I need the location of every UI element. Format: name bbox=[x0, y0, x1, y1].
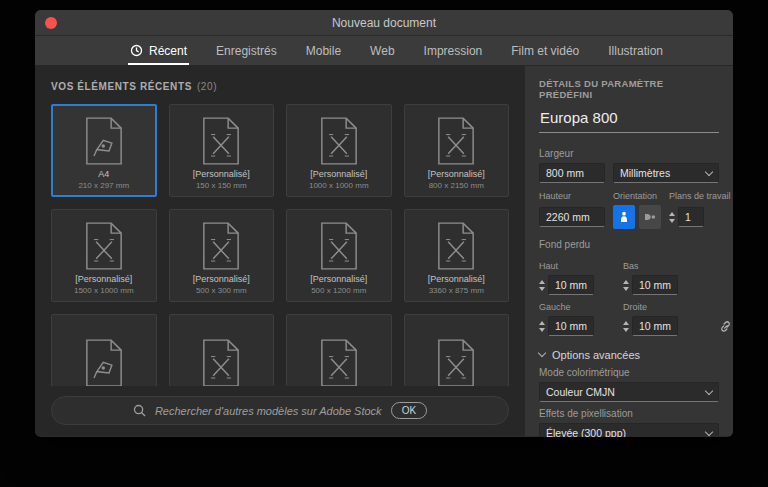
adobe-stock-search[interactable]: Rechercher d'autres modèles sur Adobe St… bbox=[51, 396, 509, 425]
tab-bar: Récent Enregistrés Mobile Web Impression… bbox=[35, 36, 733, 66]
orientation-toggle bbox=[613, 205, 661, 229]
recent-heading: VOS ÉLÉMENTS RÉCENTS(20) bbox=[51, 81, 509, 92]
tab-web[interactable]: Web bbox=[370, 36, 394, 65]
tab-saved[interactable]: Enregistrés bbox=[216, 36, 277, 65]
template-doc-icon bbox=[319, 338, 359, 387]
preset-name: [Personnalisé] bbox=[310, 169, 367, 179]
stock-search-label: Rechercher d'autres modèles sur Adobe St… bbox=[155, 405, 382, 417]
link-bleed-values-icon[interactable] bbox=[719, 320, 732, 333]
width-label: Largeur bbox=[539, 148, 719, 159]
bleed-bottom-stepper: 10 mm bbox=[623, 275, 699, 295]
bleed-top-stepper: 10 mm bbox=[539, 275, 615, 295]
document-name-input[interactable]: Europa 800 bbox=[539, 100, 719, 133]
preset-card-custom-2[interactable]: [Personnalisé] 1000 x 1000 mm bbox=[286, 104, 392, 197]
template-doc-icon bbox=[436, 116, 476, 166]
recent-panel: VOS ÉLÉMENTS RÉCENTS(20) A4 210 x 297 mm… bbox=[35, 66, 525, 436]
stepper-arrows[interactable] bbox=[669, 212, 675, 223]
preset-size: 500 x 1200 mm bbox=[311, 286, 366, 295]
tab-label: Récent bbox=[149, 44, 187, 58]
preset-icon-wrap bbox=[84, 220, 124, 271]
preset-size: 1500 x 1000 mm bbox=[74, 286, 134, 295]
details-heading: DÉTAILS DU PARAMÈTRE PRÉDÉFINI bbox=[539, 78, 719, 100]
orientation-landscape-button[interactable] bbox=[639, 205, 661, 229]
preset-size: 150 x 150 mm bbox=[196, 181, 247, 190]
preset-icon-wrap bbox=[436, 220, 476, 271]
stepper-arrows[interactable] bbox=[623, 280, 629, 291]
preset-card-custom-6[interactable]: [Personnalisé] 500 x 1200 mm bbox=[286, 209, 392, 302]
preset-card-custom-1[interactable]: [Personnalisé] 150 x 150 mm bbox=[169, 104, 275, 197]
bleed-bottom-label: Bas bbox=[623, 261, 699, 271]
preset-size: 500 x 300 mm bbox=[196, 286, 247, 295]
preset-name: [Personnalisé] bbox=[428, 169, 485, 179]
search-icon bbox=[133, 404, 146, 417]
portrait-icon bbox=[619, 211, 629, 223]
tab-illustration[interactable]: Illustration bbox=[608, 36, 663, 65]
preset-size: 800 x 2150 mm bbox=[429, 181, 484, 190]
preset-icon-wrap bbox=[319, 220, 359, 271]
preset-card-partial-2[interactable] bbox=[169, 314, 275, 386]
preset-icon-wrap bbox=[201, 220, 241, 271]
artboards-stepper: 1 bbox=[669, 207, 719, 227]
preset-card-custom-3[interactable]: [Personnalisé] 800 x 2150 mm bbox=[404, 104, 510, 197]
template-doc-icon bbox=[319, 116, 359, 166]
template-doc-icon bbox=[319, 221, 359, 271]
advanced-options-label: Options avancées bbox=[552, 349, 640, 361]
bleed-bottom-input[interactable]: 10 mm bbox=[632, 275, 678, 295]
window-title: Nouveau document bbox=[332, 16, 436, 30]
preset-name: [Personnalisé] bbox=[75, 274, 132, 284]
chevron-down-icon bbox=[705, 386, 713, 394]
preset-card-custom-4[interactable]: [Personnalisé] 1500 x 1000 mm bbox=[51, 209, 157, 302]
units-value: Millimètres bbox=[620, 167, 670, 179]
stepper-arrows[interactable] bbox=[539, 321, 545, 332]
titlebar: Nouveau document bbox=[35, 10, 733, 36]
new-document-dialog: Nouveau document Récent Enregistrés Mobi… bbox=[35, 10, 733, 437]
preset-card-a4[interactable]: A4 210 x 297 mm bbox=[51, 104, 157, 197]
preset-name: A4 bbox=[98, 169, 109, 179]
bleed-left-label: Gauche bbox=[539, 302, 615, 312]
preset-card-partial-4[interactable] bbox=[404, 314, 510, 386]
artboards-input[interactable]: 1 bbox=[678, 207, 704, 227]
raster-effects-label: Effets de pixellisation bbox=[539, 408, 719, 419]
color-mode-label: Mode colorimétrique bbox=[539, 367, 719, 378]
details-panel: DÉTAILS DU PARAMÈTRE PRÉDÉFINI Europa 80… bbox=[525, 66, 733, 436]
bleed-top-label: Haut bbox=[539, 261, 615, 271]
color-mode-select[interactable]: Couleur CMJN bbox=[539, 382, 719, 402]
tab-recent[interactable]: Récent bbox=[130, 36, 187, 65]
bleed-top-input[interactable]: 10 mm bbox=[548, 275, 594, 295]
bleed-right-input[interactable]: 10 mm bbox=[632, 316, 678, 336]
stepper-arrows[interactable] bbox=[539, 280, 545, 291]
preset-name: [Personnalisé] bbox=[193, 274, 250, 284]
raster-effects-select[interactable]: Élevée (300 ppp) bbox=[539, 423, 719, 437]
template-doc-icon bbox=[84, 221, 124, 271]
orientation-portrait-button[interactable] bbox=[613, 205, 635, 229]
recent-heading-text: VOS ÉLÉMENTS RÉCENTS bbox=[51, 81, 192, 92]
bleed-left-input[interactable]: 10 mm bbox=[548, 316, 594, 336]
preset-card-custom-5[interactable]: [Personnalisé] 500 x 300 mm bbox=[169, 209, 275, 302]
close-window-button[interactable] bbox=[45, 17, 57, 29]
advanced-options-toggle[interactable]: Options avancées bbox=[539, 349, 719, 361]
preset-size: 1000 x 1000 mm bbox=[309, 181, 369, 190]
height-input[interactable]: 2260 mm bbox=[539, 207, 605, 227]
template-doc-icon bbox=[201, 221, 241, 271]
bleed-right-label: Droite bbox=[623, 302, 699, 312]
artboards-label: Plans de travail bbox=[669, 191, 731, 201]
orientation-label: Orientation bbox=[613, 191, 661, 201]
preset-card-custom-7[interactable]: [Personnalisé] 3360 x 875 mm bbox=[404, 209, 510, 302]
tab-label: Film et vidéo bbox=[511, 44, 579, 58]
tab-print[interactable]: Impression bbox=[424, 36, 483, 65]
bleed-label: Fond perdu bbox=[539, 239, 719, 250]
units-select[interactable]: Millimètres bbox=[613, 163, 719, 183]
artboard-doc-icon bbox=[84, 116, 124, 166]
width-input[interactable]: 800 mm bbox=[539, 163, 605, 183]
tab-label: Web bbox=[370, 44, 394, 58]
stepper-arrows[interactable] bbox=[623, 321, 629, 332]
preset-card-partial-1[interactable] bbox=[51, 314, 157, 386]
height-label: Hauteur bbox=[539, 191, 605, 201]
preset-card-partial-3[interactable] bbox=[286, 314, 392, 386]
stock-search-ok-button[interactable]: OK bbox=[391, 402, 427, 419]
preset-size: 3360 x 875 mm bbox=[429, 286, 484, 295]
preset-icon-wrap bbox=[201, 115, 241, 166]
tab-film-video[interactable]: Film et vidéo bbox=[511, 36, 579, 65]
tab-label: Illustration bbox=[608, 44, 663, 58]
tab-mobile[interactable]: Mobile bbox=[306, 36, 341, 65]
